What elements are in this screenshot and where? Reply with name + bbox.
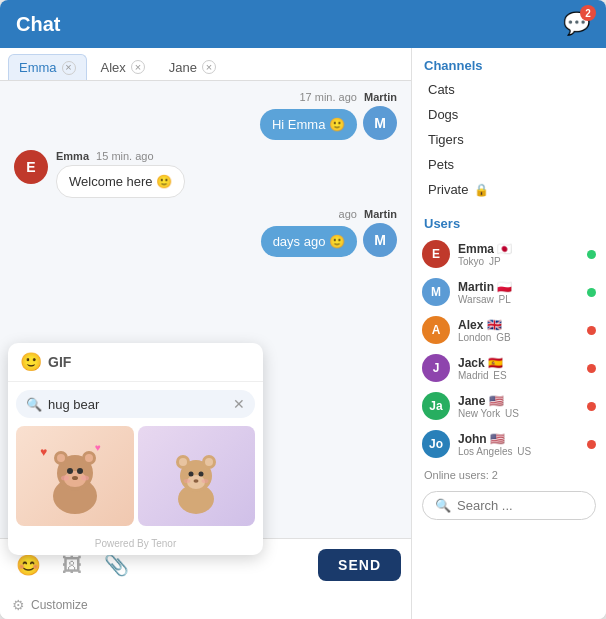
gif-popup: 🙂 GIF 🔍 ✕ [8, 343, 263, 555]
tab-jane-close[interactable]: × [202, 60, 216, 74]
status-dot-jane [587, 402, 596, 411]
sidebar-search-input[interactable] [457, 498, 583, 513]
user-info-jack: Jack 🇪🇸 Madrid ES [458, 356, 579, 381]
svg-point-10 [61, 476, 69, 481]
svg-point-23 [194, 479, 199, 483]
avatar: M [363, 106, 397, 140]
user-location-alex: London GB [458, 332, 579, 343]
channel-item-dogs[interactable]: Dogs [412, 102, 606, 127]
user-name-john: John 🇺🇸 [458, 432, 579, 446]
tab-alex-label: Alex [101, 60, 126, 75]
customize-bar[interactable]: ⚙ Customize [0, 591, 411, 619]
customize-label: Customize [31, 598, 88, 612]
user-info-john: John 🇺🇸 Los Angeles US [458, 432, 579, 457]
tab-jane-label: Jane [169, 60, 197, 75]
status-dot-john [587, 440, 596, 449]
channel-pets-label: Pets [428, 157, 454, 172]
status-dot-jack [587, 364, 596, 373]
user-name-martin: Martin 🇵🇱 [458, 280, 579, 294]
svg-point-25 [202, 479, 209, 483]
gear-icon: ⚙ [12, 597, 25, 613]
message-bubble: Hi Emma 🙂 [260, 109, 357, 140]
gif-item[interactable] [138, 426, 256, 526]
user-location-john: Los Angeles US [458, 446, 579, 457]
user-item-emma[interactable]: E Emma 🇯🇵 Tokyo JP [412, 235, 606, 273]
tabs-bar: Emma × Alex × Jane × [0, 48, 411, 81]
bear-illustration-1: ♥ ♥ [30, 431, 120, 521]
message-row: 17 min. ago Martin Hi Emma 🙂 M [14, 91, 397, 140]
user-item-martin[interactable]: M Martin 🇵🇱 Warsaw PL [412, 273, 606, 311]
main-layout: Emma × Alex × Jane × 17 min. ago [0, 48, 606, 619]
message-bubble: Welcome here 🙂 [56, 165, 185, 198]
users-title: Users [412, 206, 606, 235]
user-location-jane: New York US [458, 408, 579, 419]
gif-search-icon: 🔍 [26, 397, 42, 412]
channel-dogs-label: Dogs [428, 107, 458, 122]
svg-text:♥: ♥ [95, 442, 101, 453]
message-row: ago Martin days ago 🙂 M [14, 208, 397, 257]
svg-point-19 [205, 458, 213, 466]
user-item-jane[interactable]: Ja Jane 🇺🇸 New York US [412, 387, 606, 425]
sidebar-search-box[interactable]: 🔍 [422, 491, 596, 520]
status-dot-alex [587, 326, 596, 335]
avatar-jane: Ja [422, 392, 450, 420]
user-item-alex[interactable]: A Alex 🇬🇧 London GB [412, 311, 606, 349]
avatar-emma: E [422, 240, 450, 268]
gif-search-input[interactable] [48, 397, 227, 412]
tab-emma-close[interactable]: × [62, 61, 76, 75]
online-count: Online users: 2 [412, 463, 606, 485]
channel-item-tigers[interactable]: Tigers [412, 127, 606, 152]
gif-search-bar[interactable]: 🔍 ✕ [16, 390, 255, 418]
user-location-jack: Madrid ES [458, 370, 579, 381]
svg-point-5 [85, 454, 93, 462]
user-item-john[interactable]: Jo John 🇺🇸 Los Angeles US [412, 425, 606, 463]
gif-clear-icon[interactable]: ✕ [233, 396, 245, 412]
app-window: Chat 💬 2 Emma × Alex × Jane × [0, 0, 606, 619]
svg-point-21 [189, 472, 194, 477]
tab-alex-close[interactable]: × [131, 60, 145, 74]
gif-powered-label: Powered By Tenor [8, 534, 263, 555]
svg-point-8 [77, 468, 83, 474]
gif-title: GIF [48, 354, 71, 370]
message-meta: 17 min. ago Martin [299, 91, 397, 103]
user-item-jack[interactable]: J Jack 🇪🇸 Madrid ES [412, 349, 606, 387]
tab-emma-label: Emma [19, 60, 57, 75]
gif-smiley-icon: 🙂 [20, 351, 42, 373]
svg-point-22 [199, 472, 204, 477]
search-icon: 🔍 [435, 498, 451, 513]
channel-item-private[interactable]: Private 🔒 [412, 177, 606, 202]
lock-icon: 🔒 [474, 183, 489, 197]
gif-header: 🙂 GIF [8, 343, 263, 382]
user-name-alex: Alex 🇬🇧 [458, 318, 579, 332]
user-name-emma: Emma 🇯🇵 [458, 242, 579, 256]
channel-item-cats[interactable]: Cats [412, 77, 606, 102]
user-info-emma: Emma 🇯🇵 Tokyo JP [458, 242, 579, 267]
header-icon-wrap[interactable]: 💬 2 [563, 11, 590, 37]
user-location-martin: Warsaw PL [458, 294, 579, 305]
send-button[interactable]: SEND [318, 549, 401, 581]
gif-grid: ♥ ♥ [8, 426, 263, 534]
channel-item-pets[interactable]: Pets [412, 152, 606, 177]
app-title: Chat [16, 13, 60, 36]
gif-item[interactable]: ♥ ♥ [16, 426, 134, 526]
user-name-jane: Jane 🇺🇸 [458, 394, 579, 408]
user-location-emma: Tokyo JP [458, 256, 579, 267]
tab-alex[interactable]: Alex × [91, 54, 155, 80]
svg-point-11 [81, 476, 89, 481]
tab-jane[interactable]: Jane × [159, 54, 226, 80]
svg-point-9 [72, 476, 78, 480]
avatar: M [363, 223, 397, 257]
svg-point-18 [179, 458, 187, 466]
message-bubble: days ago 🙂 [261, 226, 357, 257]
message-meta: Emma 15 min. ago [56, 150, 185, 162]
tab-emma[interactable]: Emma × [8, 54, 87, 80]
svg-text:♥: ♥ [40, 445, 47, 459]
bear-illustration-2 [151, 431, 241, 521]
status-dot-emma [587, 250, 596, 259]
svg-point-24 [184, 479, 191, 483]
avatar-alex: A [422, 316, 450, 344]
channels-title: Channels [412, 48, 606, 77]
user-name-jack: Jack 🇪🇸 [458, 356, 579, 370]
status-dot-martin [587, 288, 596, 297]
avatar-martin: M [422, 278, 450, 306]
